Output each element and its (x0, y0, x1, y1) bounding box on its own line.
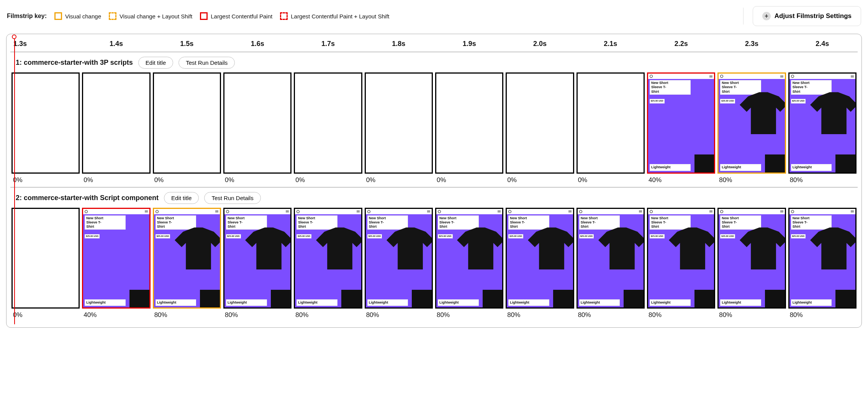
filmstrip-frame-cell: New ShortSleeve T-Shirt$25.00 USDLightwe… (504, 208, 575, 319)
hamburger-icon (498, 210, 501, 212)
product-tag: Lightweight (650, 299, 691, 306)
product-tag: Lightweight (226, 299, 267, 306)
edit-title-button[interactable]: Edit title (138, 57, 173, 69)
filmstrip-frame[interactable]: New ShortSleeve T-Shirt$25.00 USDLightwe… (223, 208, 292, 309)
adjust-filmstrip-settings-button[interactable]: + Adjust Filmstrip Settings (753, 6, 861, 26)
visual-complete-percent: 0% (507, 174, 517, 184)
filmstrip-frame-cell: 0% (434, 72, 504, 184)
legend-swatch (200, 12, 208, 20)
legend-text: Visual change (65, 13, 101, 20)
filmstrip-frame[interactable]: New ShortSleeve T-Shirt$25.00 USDLightwe… (153, 208, 221, 309)
run-title: 2: commerce-starter-with Script componen… (16, 194, 159, 202)
filmstrip-frame-cell: New ShortSleeve T-Shirt$25.00 USDLightwe… (646, 72, 716, 184)
filmstrip-row: 0%0%0%0%0%0%0%0%0%New ShortSleeve T-Shir… (10, 72, 858, 187)
hamburger-icon (709, 210, 712, 212)
filmstrip-frame[interactable]: New ShortSleeve T-Shirt$25.00 USDLightwe… (717, 72, 786, 174)
visual-complete-percent: 80% (790, 174, 803, 184)
filmstrip-frame[interactable] (11, 208, 80, 309)
logo-icon (579, 210, 582, 213)
filmstrip-frame[interactable]: New ShortSleeve T-Shirt$25.00 USDLightwe… (647, 208, 715, 309)
timestamp-cell: 1.9s (434, 34, 504, 52)
filmstrip-frame[interactable]: New ShortSleeve T-Shirt$25.00 USDLightwe… (647, 72, 715, 174)
visual-complete-percent: 80% (790, 309, 803, 319)
filmstrip-row: 0%New ShortSleeve T-Shirt$25.00 USDLight… (10, 208, 858, 322)
product-price: $25.00 USD (85, 234, 100, 239)
visual-complete-percent: 80% (507, 309, 520, 319)
timestamp-cell: 2.1s (575, 34, 646, 52)
filmstrip-frame-cell: 0% (10, 72, 81, 184)
filmstrip-frame[interactable]: New ShortSleeve T-Shirt$25.00 USDLightwe… (576, 208, 645, 309)
tshirt-image (810, 84, 857, 143)
timestamp-cell: 2.2s (646, 34, 716, 52)
run-header: 1: commerce-starter-with 3P scriptsEdit … (10, 52, 858, 72)
logo-icon (508, 210, 511, 213)
filmstrip-frame-cell: New ShortSleeve T-Shirt$25.00 USDLightwe… (716, 72, 787, 184)
legend-item: Visual change (54, 12, 101, 20)
filmstrip-frame[interactable]: New ShortSleeve T-Shirt$25.00 USDLightwe… (294, 208, 362, 309)
filmstrip-frame[interactable]: New ShortSleeve T-Shirt$25.00 USDLightwe… (788, 72, 857, 174)
filmstrip-frame-cell: 0% (293, 72, 363, 184)
run-header: 2: commerce-starter-with Script componen… (10, 187, 858, 208)
filmstrip-legend: Filmstrip key: Visual changeVisual chang… (7, 12, 389, 20)
filmstrip-frame[interactable]: New ShortSleeve T-Shirt$25.00 USDLightwe… (365, 208, 433, 309)
timestamp-cell: 1.6s (222, 34, 293, 52)
filmstrip-frame-cell: 0% (81, 72, 151, 184)
tshirt-image (740, 84, 786, 143)
filmstrip-frame[interactable] (294, 72, 362, 174)
logo-icon (650, 75, 653, 78)
product-tag: Lightweight (367, 299, 408, 306)
timestamp-cell: 1.4s (81, 34, 151, 52)
product-price: $25.00 USD (791, 234, 806, 239)
product-tag: Lightweight (720, 164, 761, 171)
filmstrip-frame[interactable] (506, 72, 574, 174)
logo-icon (85, 210, 88, 213)
filmstrip-frame[interactable] (153, 72, 221, 174)
filmstrip-frame-cell: New ShortSleeve T-Shirt$25.00 USDLightwe… (364, 208, 434, 319)
visual-complete-percent: 40% (649, 174, 662, 184)
hamburger-icon (568, 210, 572, 212)
tshirt-image (528, 219, 574, 278)
hamburger-icon (780, 210, 783, 212)
product-tag: Lightweight (720, 299, 761, 306)
legend-swatch (109, 12, 116, 20)
top-right-controls: + Adjust Filmstrip Settings (743, 6, 861, 26)
tshirt-image (740, 219, 786, 278)
hamburger-icon (145, 210, 148, 212)
test-run-details-button[interactable]: Test Run Details (204, 192, 260, 204)
filmstrip-frame[interactable] (365, 72, 433, 174)
filmstrip-frame[interactable]: New ShortSleeve T-Shirt$25.00 USDLightwe… (788, 208, 857, 309)
product-price: $25.00 USD (226, 234, 241, 239)
filmstrip-frame[interactable]: New ShortSleeve T-Shirt$25.00 USDLightwe… (717, 208, 786, 309)
logo-icon (650, 210, 653, 213)
legend-swatch (54, 12, 62, 20)
filmstrip-frame[interactable] (576, 72, 645, 174)
filmstrip-frame-cell: 0% (575, 72, 646, 184)
filmstrip-frame[interactable] (11, 72, 80, 174)
filmstrip-frame[interactable]: New ShortSleeve T-Shirt$25.00 USDLightwe… (82, 208, 150, 309)
edit-title-button[interactable]: Edit title (164, 192, 199, 204)
timestamp-cell: 1.7s (293, 34, 363, 52)
visual-complete-percent: 80% (649, 309, 662, 319)
visual-complete-percent: 80% (437, 309, 450, 319)
filmstrip-frame[interactable] (435, 72, 503, 174)
product-tag: Lightweight (791, 299, 832, 306)
tshirt-image (175, 219, 221, 278)
filmstrip-frame[interactable]: New ShortSleeve T-Shirt$25.00 USDLightwe… (506, 208, 574, 309)
product-price: $25.00 USD (650, 99, 665, 103)
visual-complete-percent: 0% (84, 174, 93, 184)
run-title: 1: commerce-starter-with 3P scripts (16, 59, 133, 67)
filmstrip-frame[interactable] (223, 72, 292, 174)
hamburger-icon (851, 210, 854, 212)
visual-complete-percent: 0% (154, 174, 164, 184)
legend-text: Visual change + Layout Shift (120, 13, 192, 20)
filmstrip-top-bar: Filmstrip key: Visual changeVisual chang… (6, 6, 862, 26)
test-run-details-button[interactable]: Test Run Details (179, 57, 235, 69)
filmstrip-frame[interactable] (82, 72, 150, 174)
filmstrip-frame[interactable]: New ShortSleeve T-Shirt$25.00 USDLightwe… (435, 208, 503, 309)
filmstrip-frame-cell: New ShortSleeve T-Shirt$25.00 USDLightwe… (293, 208, 363, 319)
time-marker-line[interactable] (14, 36, 15, 324)
timestamp-cell: 1.3s (10, 34, 81, 52)
product-tag: Lightweight (156, 299, 197, 306)
time-marker-handle[interactable] (12, 34, 16, 39)
tshirt-image (457, 219, 503, 278)
